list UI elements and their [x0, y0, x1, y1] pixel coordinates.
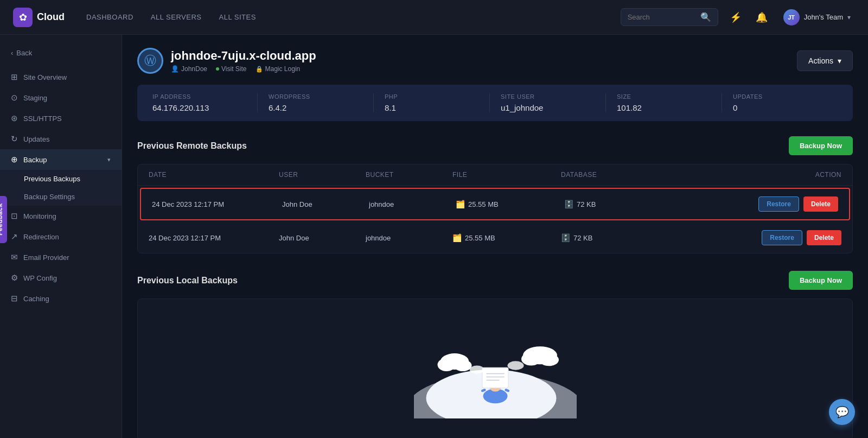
sidebar-item-ssl[interactable]: ⊛ SSL/HTTPS: [0, 108, 122, 129]
svg-point-17: [507, 361, 524, 370]
actions-chevron-icon: ▾: [838, 56, 841, 65]
chat-button[interactable]: 💬: [829, 399, 855, 425]
user-name: John's Team: [804, 13, 843, 21]
stat-php: PHP 8.1: [374, 93, 490, 112]
sidebar-item-monitoring[interactable]: ⊡ Monitoring: [0, 206, 122, 226]
col-header-file: File: [452, 171, 561, 179]
logo[interactable]: ✿ Cloud: [13, 8, 65, 27]
activity-icon[interactable]: ⚡: [727, 9, 744, 26]
sidebar-item-redirection[interactable]: ↗ Redirection: [0, 226, 122, 247]
topnav: ✿ Cloud DASHBOARD ALL SERVERS ALL SITES …: [0, 0, 868, 35]
backup-chevron-icon: ▾: [107, 156, 111, 163]
sidebar-label-caching: Caching: [23, 295, 111, 303]
actions-button[interactable]: Actions ▾: [797, 50, 853, 71]
sidebar-label-wp-config: WP Config: [23, 274, 111, 282]
sidebar-label-email: Email Provider: [23, 253, 111, 262]
table-row: 24 Dec 2023 12:17 PM John Doe johndoe 🗂️…: [138, 223, 852, 253]
app-body: ‹ Back ⊞ Site Overview ⊙ Staging ⊛ SSL/H…: [0, 35, 868, 438]
caching-icon: ⊟: [11, 294, 18, 303]
search-input[interactable]: [628, 13, 696, 21]
nav-all-servers[interactable]: ALL SERVERS: [151, 13, 202, 21]
row1-user: John Doe: [282, 200, 369, 208]
stat-site-user: SITE USER u1_johndoe: [490, 93, 606, 112]
site-header: Ⓦ johndoe-7uju.x-cloud.app 👤 JohnDoe Vis…: [137, 48, 853, 74]
remote-backup-now-button[interactable]: Backup Now: [789, 136, 853, 155]
sidebar-label-backup: Backup: [23, 156, 102, 164]
updates-icon: ↻: [11, 134, 18, 144]
file-icon: 🗂️: [456, 200, 465, 208]
svg-point-16: [469, 366, 484, 374]
empty-state-illustration: [414, 321, 577, 418]
svg-point-6: [521, 353, 541, 366]
local-backups-header: Previous Local Backups Backup Now: [137, 271, 853, 290]
nav-dashboard[interactable]: DASHBOARD: [86, 13, 133, 21]
sidebar-item-staging[interactable]: ⊙ Staging: [0, 87, 122, 108]
row2-actions: Restore Delete: [669, 230, 841, 245]
col-header-database: Database: [561, 171, 669, 179]
sidebar-item-previous-backups[interactable]: Previous Backups: [0, 170, 122, 188]
col-header-user: User: [279, 171, 366, 179]
row1-restore-button[interactable]: Restore: [758, 196, 799, 212]
col-header-action: Action: [669, 171, 841, 179]
row1-delete-button[interactable]: Delete: [803, 196, 838, 212]
sidebar-label-staging: Staging: [23, 94, 111, 102]
row1-bucket: johndoe: [369, 200, 456, 208]
row2-delete-button[interactable]: Delete: [807, 230, 841, 245]
logo-text: Cloud: [37, 11, 65, 23]
row1-actions: Restore Delete: [673, 196, 838, 212]
back-button[interactable]: ‹ Back: [0, 43, 122, 62]
row2-restore-button[interactable]: Restore: [762, 230, 802, 245]
svg-point-3: [437, 358, 455, 371]
site-title-area: johndoe-7uju.x-cloud.app 👤 JohnDoe Visit…: [171, 49, 316, 73]
nav-all-sites[interactable]: ALL SITES: [219, 13, 256, 21]
sidebar: ‹ Back ⊞ Site Overview ⊙ Staging ⊛ SSL/H…: [0, 35, 122, 438]
remote-backups-header: Previous Remote Backups Backup Now: [137, 136, 853, 155]
sidebar-label-monitoring: Monitoring: [23, 212, 111, 220]
sidebar-item-site-overview[interactable]: ⊞ Site Overview: [0, 67, 122, 87]
row1-database: 🗄️ 72 KB: [564, 200, 673, 208]
remote-backups-title: Previous Remote Backups: [137, 141, 247, 151]
sidebar-label-ssl: SSL/HTTPS: [23, 115, 111, 123]
wp-config-icon: ⚙: [11, 273, 18, 283]
wp-logo: Ⓦ: [137, 48, 163, 74]
stats-bar: IP ADDRESS 64.176.220.113 WORDPRESS 6.4.…: [137, 85, 853, 121]
remote-backups-section: Previous Remote Backups Backup Now Date …: [137, 136, 853, 253]
notifications-icon[interactable]: 🔔: [753, 9, 770, 26]
col-header-date: Date: [149, 171, 279, 179]
sidebar-item-backup-settings[interactable]: Backup Settings: [0, 188, 122, 206]
back-icon: ‹: [11, 49, 13, 57]
sidebar-item-wp-config[interactable]: ⚙ WP Config: [0, 268, 122, 288]
stat-size: SIZE 101.82: [606, 93, 722, 112]
search-box[interactable]: 🔍: [621, 8, 718, 26]
row1-file: 🗂️ 25.55 MB: [456, 200, 564, 208]
site-title: johndoe-7uju.x-cloud.app: [171, 49, 316, 63]
file-icon: 🗂️: [452, 233, 462, 242]
svg-rect-12: [482, 367, 508, 388]
stat-wordpress: WORDPRESS 6.4.2: [258, 93, 374, 112]
site-meta-visit[interactable]: Visit Site: [216, 65, 246, 73]
chevron-down-icon: ▾: [847, 14, 851, 21]
sidebar-item-email-provider[interactable]: ✉ Email Provider: [0, 247, 122, 268]
feedback-tab[interactable]: Feedback: [0, 195, 7, 243]
sidebar-item-caching[interactable]: ⊟ Caching: [0, 288, 122, 309]
search-icon[interactable]: 🔍: [700, 12, 711, 22]
sidebar-item-updates[interactable]: ↻ Updates: [0, 129, 122, 149]
email-icon: ✉: [11, 252, 18, 262]
row2-bucket: johndoe: [366, 234, 452, 242]
site-meta: 👤 JohnDoe Visit Site 🔒 Magic Login: [171, 65, 316, 73]
site-overview-icon: ⊞: [11, 72, 18, 82]
site-meta-magic-login[interactable]: 🔒 Magic Login: [256, 65, 301, 73]
sidebar-item-backup[interactable]: ⊕ Backup ▾: [0, 149, 122, 170]
row2-date: 24 Dec 2023 12:17 PM: [149, 234, 279, 242]
stat-ip-address: IP ADDRESS 64.176.220.113: [152, 93, 258, 112]
user-menu[interactable]: JT John's Team ▾: [779, 7, 855, 28]
database-icon: 🗄️: [564, 200, 573, 208]
site-meta-johndoe[interactable]: 👤 JohnDoe: [171, 65, 207, 73]
empty-illustration: [137, 299, 853, 438]
row2-file: 🗂️ 25.55 MB: [452, 233, 561, 242]
local-backup-now-button[interactable]: Backup Now: [789, 271, 853, 290]
main-content: Ⓦ johndoe-7uju.x-cloud.app 👤 JohnDoe Vis…: [122, 35, 868, 438]
logo-icon: ✿: [13, 8, 33, 27]
row2-database: 🗄️ 72 KB: [561, 233, 669, 242]
table-header: Date User Bucket File Database Action: [138, 164, 852, 186]
